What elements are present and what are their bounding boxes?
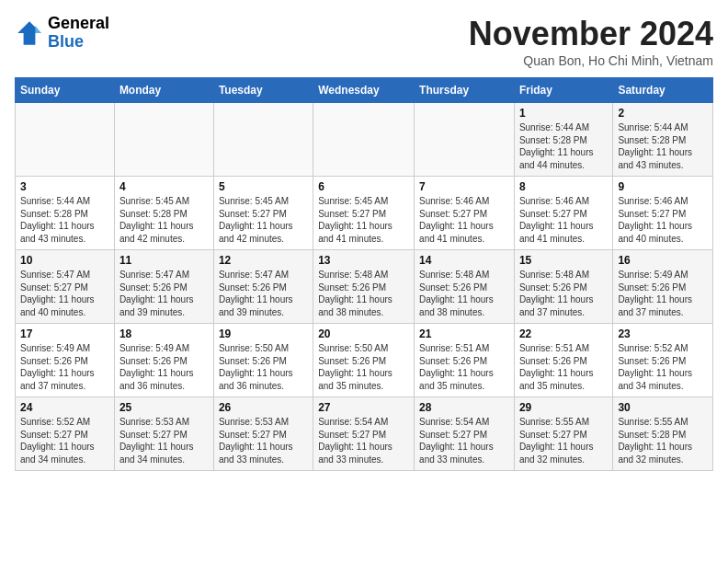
- location: Quan Bon, Ho Chi Minh, Vietnam: [469, 53, 713, 68]
- day-cell: 8Sunrise: 5:46 AM Sunset: 5:27 PM Daylig…: [514, 177, 612, 250]
- day-cell: 3Sunrise: 5:44 AM Sunset: 5:28 PM Daylig…: [16, 177, 115, 250]
- day-cell: 30Sunrise: 5:55 AM Sunset: 5:28 PM Dayli…: [613, 397, 713, 471]
- day-cell: 28Sunrise: 5:54 AM Sunset: 5:27 PM Dayli…: [415, 397, 515, 471]
- day-number: 17: [20, 327, 109, 340]
- day-number: 5: [219, 180, 308, 193]
- day-number: 21: [419, 327, 509, 340]
- logo: General Blue: [15, 15, 109, 52]
- day-info: Sunrise: 5:44 AM Sunset: 5:28 PM Dayligh…: [519, 121, 608, 171]
- day-number: 11: [119, 254, 209, 267]
- day-cell: 12Sunrise: 5:47 AM Sunset: 5:26 PM Dayli…: [213, 250, 313, 324]
- day-info: Sunrise: 5:53 AM Sunset: 5:27 PM Dayligh…: [219, 416, 308, 465]
- day-number: 2: [618, 107, 708, 120]
- day-cell: [313, 103, 415, 177]
- day-number: 6: [318, 180, 409, 193]
- day-number: 22: [519, 327, 608, 340]
- calendar-header-row: SundayMondayTuesdayWednesdayThursdayFrid…: [16, 78, 713, 103]
- day-number: 4: [119, 180, 209, 193]
- day-cell: 29Sunrise: 5:55 AM Sunset: 5:27 PM Dayli…: [514, 397, 612, 471]
- day-number: 24: [20, 401, 109, 414]
- day-info: Sunrise: 5:50 AM Sunset: 5:26 PM Dayligh…: [219, 342, 308, 392]
- week-row-5: 24Sunrise: 5:52 AM Sunset: 5:27 PM Dayli…: [16, 397, 713, 471]
- day-cell: 27Sunrise: 5:54 AM Sunset: 5:27 PM Dayli…: [313, 397, 415, 471]
- day-info: Sunrise: 5:48 AM Sunset: 5:26 PM Dayligh…: [519, 269, 608, 318]
- day-number: 9: [618, 180, 708, 193]
- day-cell: 9Sunrise: 5:46 AM Sunset: 5:27 PM Daylig…: [613, 177, 713, 250]
- day-info: Sunrise: 5:46 AM Sunset: 5:27 PM Dayligh…: [519, 195, 608, 245]
- day-info: Sunrise: 5:49 AM Sunset: 5:26 PM Dayligh…: [119, 342, 209, 392]
- day-info: Sunrise: 5:52 AM Sunset: 5:27 PM Dayligh…: [20, 416, 109, 465]
- day-info: Sunrise: 5:47 AM Sunset: 5:26 PM Dayligh…: [219, 269, 308, 318]
- day-info: Sunrise: 5:45 AM Sunset: 5:27 PM Dayligh…: [219, 195, 308, 245]
- day-number: 27: [318, 401, 409, 414]
- title-area: November 2024 Quan Bon, Ho Chi Minh, Vie…: [469, 15, 713, 68]
- day-info: Sunrise: 5:54 AM Sunset: 5:27 PM Dayligh…: [419, 416, 509, 465]
- day-info: Sunrise: 5:50 AM Sunset: 5:26 PM Dayligh…: [318, 342, 409, 392]
- week-row-4: 17Sunrise: 5:49 AM Sunset: 5:26 PM Dayli…: [16, 324, 713, 397]
- day-number: 14: [419, 254, 509, 267]
- month-title: November 2024: [469, 15, 713, 53]
- calendar-table: SundayMondayTuesdayWednesdayThursdayFrid…: [15, 77, 713, 471]
- column-header-saturday: Saturday: [613, 78, 713, 103]
- column-header-friday: Friday: [514, 78, 612, 103]
- day-info: Sunrise: 5:46 AM Sunset: 5:27 PM Dayligh…: [618, 195, 708, 245]
- day-number: 29: [519, 401, 608, 414]
- day-cell: 14Sunrise: 5:48 AM Sunset: 5:26 PM Dayli…: [415, 250, 515, 324]
- day-cell: 17Sunrise: 5:49 AM Sunset: 5:26 PM Dayli…: [16, 324, 115, 397]
- day-cell: 2Sunrise: 5:44 AM Sunset: 5:28 PM Daylig…: [613, 103, 713, 177]
- day-number: 23: [618, 327, 708, 340]
- day-cell: 20Sunrise: 5:50 AM Sunset: 5:26 PM Dayli…: [313, 324, 415, 397]
- day-cell: 21Sunrise: 5:51 AM Sunset: 5:26 PM Dayli…: [415, 324, 515, 397]
- column-header-monday: Monday: [114, 78, 213, 103]
- day-number: 16: [618, 254, 708, 267]
- day-cell: 10Sunrise: 5:47 AM Sunset: 5:27 PM Dayli…: [16, 250, 115, 324]
- week-row-3: 10Sunrise: 5:47 AM Sunset: 5:27 PM Dayli…: [16, 250, 713, 324]
- day-info: Sunrise: 5:44 AM Sunset: 5:28 PM Dayligh…: [618, 121, 708, 171]
- day-number: 28: [419, 401, 509, 414]
- day-cell: 16Sunrise: 5:49 AM Sunset: 5:26 PM Dayli…: [613, 250, 713, 324]
- day-cell: 11Sunrise: 5:47 AM Sunset: 5:26 PM Dayli…: [114, 250, 213, 324]
- day-number: 26: [219, 401, 308, 414]
- day-info: Sunrise: 5:44 AM Sunset: 5:28 PM Dayligh…: [20, 195, 109, 245]
- day-info: Sunrise: 5:45 AM Sunset: 5:28 PM Dayligh…: [119, 195, 209, 245]
- day-cell: 23Sunrise: 5:52 AM Sunset: 5:26 PM Dayli…: [613, 324, 713, 397]
- day-cell: 5Sunrise: 5:45 AM Sunset: 5:27 PM Daylig…: [213, 177, 313, 250]
- day-cell: 19Sunrise: 5:50 AM Sunset: 5:26 PM Dayli…: [213, 324, 313, 397]
- day-cell: 15Sunrise: 5:48 AM Sunset: 5:26 PM Dayli…: [514, 250, 612, 324]
- column-header-wednesday: Wednesday: [313, 78, 415, 103]
- day-cell: 4Sunrise: 5:45 AM Sunset: 5:28 PM Daylig…: [114, 177, 213, 250]
- calendar-body: 1Sunrise: 5:44 AM Sunset: 5:28 PM Daylig…: [16, 103, 713, 471]
- day-info: Sunrise: 5:55 AM Sunset: 5:27 PM Dayligh…: [519, 416, 608, 465]
- day-info: Sunrise: 5:46 AM Sunset: 5:27 PM Dayligh…: [419, 195, 509, 245]
- day-number: 8: [519, 180, 608, 193]
- day-number: 13: [318, 254, 409, 267]
- column-header-tuesday: Tuesday: [213, 78, 313, 103]
- day-number: 1: [519, 107, 608, 120]
- day-cell: 13Sunrise: 5:48 AM Sunset: 5:26 PM Dayli…: [313, 250, 415, 324]
- logo-icon: [15, 18, 44, 48]
- day-cell: [114, 103, 213, 177]
- day-number: 25: [119, 401, 209, 414]
- header: General Blue November 2024 Quan Bon, Ho …: [15, 15, 713, 68]
- day-cell: [415, 103, 515, 177]
- day-info: Sunrise: 5:47 AM Sunset: 5:27 PM Dayligh…: [20, 269, 109, 318]
- svg-marker-1: [35, 26, 40, 33]
- day-cell: 26Sunrise: 5:53 AM Sunset: 5:27 PM Dayli…: [213, 397, 313, 471]
- day-number: 18: [119, 327, 209, 340]
- day-info: Sunrise: 5:54 AM Sunset: 5:27 PM Dayligh…: [318, 416, 409, 465]
- day-cell: 6Sunrise: 5:45 AM Sunset: 5:27 PM Daylig…: [313, 177, 415, 250]
- day-number: 12: [219, 254, 308, 267]
- day-info: Sunrise: 5:52 AM Sunset: 5:26 PM Dayligh…: [618, 342, 708, 392]
- day-info: Sunrise: 5:55 AM Sunset: 5:28 PM Dayligh…: [618, 416, 708, 465]
- day-info: Sunrise: 5:48 AM Sunset: 5:26 PM Dayligh…: [318, 269, 409, 318]
- day-cell: 7Sunrise: 5:46 AM Sunset: 5:27 PM Daylig…: [415, 177, 515, 250]
- day-cell: 22Sunrise: 5:51 AM Sunset: 5:26 PM Dayli…: [514, 324, 612, 397]
- day-cell: 24Sunrise: 5:52 AM Sunset: 5:27 PM Dayli…: [16, 397, 115, 471]
- day-number: 20: [318, 327, 409, 340]
- day-info: Sunrise: 5:47 AM Sunset: 5:26 PM Dayligh…: [119, 269, 209, 318]
- day-info: Sunrise: 5:53 AM Sunset: 5:27 PM Dayligh…: [119, 416, 209, 465]
- day-info: Sunrise: 5:51 AM Sunset: 5:26 PM Dayligh…: [419, 342, 509, 392]
- day-number: 7: [419, 180, 509, 193]
- day-cell: [213, 103, 313, 177]
- day-info: Sunrise: 5:51 AM Sunset: 5:26 PM Dayligh…: [519, 342, 608, 392]
